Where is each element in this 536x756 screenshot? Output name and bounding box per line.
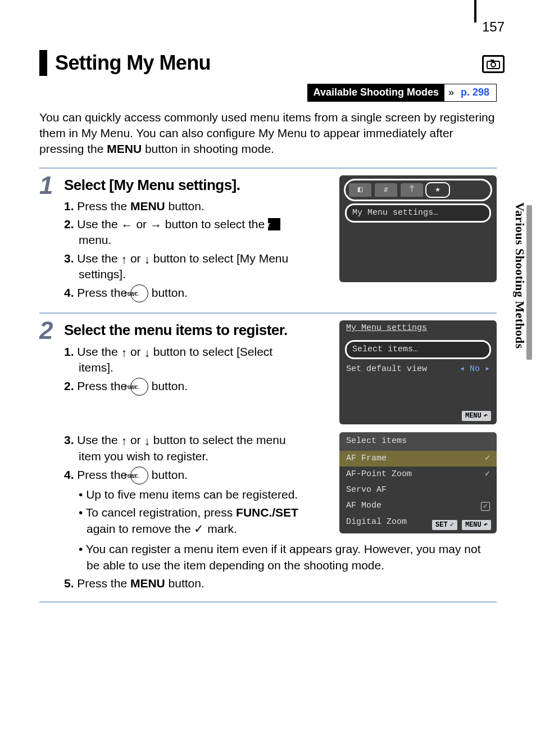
step2-l5-num: 5. <box>64 577 74 590</box>
step2-line2: 2. Press the FUNC.SET button. <box>64 378 300 396</box>
step1-l3-a: Use the <box>74 252 121 265</box>
step2-l1-b: or <box>127 345 144 358</box>
lcd1-item-text: My Menu settings… <box>352 208 438 218</box>
step2-l1-num: 1. <box>64 345 74 358</box>
left-arrow-icon: ← <box>121 219 133 232</box>
step1-l2-c: button to select the <box>162 218 268 230</box>
step2-line4: 4. Press the FUNC.SET button. <box>64 467 300 485</box>
lcd3-row-af-frame: AF Frame✓ <box>339 451 497 467</box>
step2-bullet-1: Up to five menu items can be registered. <box>64 487 300 503</box>
lcd-screenshot-1: ◧ ⇵ ⍡ ★ My Menu settings… <box>339 175 497 282</box>
lcd-screenshot-3: Select items AF Frame✓ AF-Point Zoom✓ Se… <box>339 432 497 533</box>
svg-rect-1 <box>490 60 494 62</box>
step1-l2-b: or <box>133 218 150 230</box>
intro-text-c: button in shooting mode. <box>142 142 274 155</box>
step2-l5-b: button. <box>165 577 205 590</box>
step2-l1-a: Use the <box>74 345 121 358</box>
lcd3-title: Select items <box>339 432 497 450</box>
func-set-button-icon: FUNC.SET <box>130 284 148 302</box>
lcd2-row2-value: No <box>470 364 480 374</box>
step1-l1-a: Press the <box>74 200 130 212</box>
step1-l2-a: Use the <box>74 218 121 230</box>
step-2-number: 2 <box>39 318 60 594</box>
down-arrow-icon: ↓ <box>144 346 150 359</box>
step2-l2-num: 2. <box>64 379 74 392</box>
step2-l3-b: or <box>127 433 144 446</box>
step1-l2-num: 2. <box>64 218 74 230</box>
step-2: 2 Select the menu items to register. 1. … <box>39 314 497 603</box>
step1-l1-num: 1. <box>64 200 74 212</box>
step1-l3-b: or <box>127 252 144 265</box>
page-title-row: Setting My Menu <box>39 49 497 77</box>
svg-point-2 <box>491 62 496 67</box>
available-modes-label: Available Shooting Modes <box>308 84 444 101</box>
func-set-button-icon: FUNC.SET <box>130 378 148 396</box>
available-modes-row: Available Shooting Modes » p. 298 <box>39 84 497 102</box>
step2-l3-a: Use the <box>74 433 121 446</box>
checkbox-icon: ✓ <box>481 502 490 511</box>
lcd-screenshot-2: My Menu settings Select items… Set defau… <box>339 320 497 424</box>
lcd1-tab-tools-icon: ⇵ <box>375 183 397 197</box>
step2-b2-funcset: FUNC./SET <box>236 506 298 519</box>
step2-b2-a: To cancel registration, press <box>86 506 236 519</box>
step2-l2-b: button. <box>148 379 188 392</box>
step1-line3: 3. Use the ↑ or ↓ button to select [My M… <box>64 251 300 283</box>
step2-line5: 5. Press the MENU button. <box>64 576 497 591</box>
lcd3-row-af-point-zoom: AF-Point Zoom✓ <box>339 467 497 482</box>
star-menu-icon: ★ <box>268 218 280 230</box>
step-1: 1 Select [My Menu settings]. 1. Press th… <box>39 169 497 314</box>
step2-l5-a: Press the <box>74 577 130 590</box>
step1-l1-menu: MENU <box>130 200 165 212</box>
step2-l4-a: Press the <box>74 468 130 481</box>
step1-l4-a: Press the <box>74 286 130 299</box>
step1-l2-d: menu. <box>79 233 111 246</box>
func-set-button-icon: FUNC.SET <box>130 467 148 485</box>
lcd1-tab-star-icon: ★ <box>425 182 450 198</box>
step2-line3: 3. Use the ↑ or ↓ button to select the m… <box>64 432 300 464</box>
step2-l3-num: 3. <box>64 433 74 446</box>
step2-bullet-2: To cancel registration, press FUNC./SET … <box>64 505 300 537</box>
section-side-tab: Various Shooting Methods <box>511 202 528 349</box>
lcd1-tab-person-icon: ⍡ <box>401 183 423 197</box>
step2-l4-b: button. <box>148 468 188 481</box>
intro-paragraph: You can quickly access commonly used men… <box>39 110 497 157</box>
step2-b2-c: again to remove the ✓ mark. <box>87 522 237 535</box>
step2-bullet-3: You can register a menu item even if it … <box>64 541 497 573</box>
lcd2-highlighted-item: Select items… <box>345 340 491 359</box>
step1-line4: 4. Press the FUNC.SET button. <box>64 284 300 302</box>
up-arrow-icon: ↑ <box>121 253 128 266</box>
title-accent-bar <box>39 50 47 76</box>
chevron-icon: » <box>444 84 457 101</box>
step-2-title: Select the menu items to register. <box>64 320 300 340</box>
lcd3-row-servo-af: Servo AF <box>339 482 497 498</box>
step1-l3-num: 3. <box>64 252 74 265</box>
step-1-title: Select [My Menu settings]. <box>64 175 300 195</box>
lcd2-row-default-view: Set default view ◂ No ▸ <box>339 361 497 377</box>
step-1-number: 1 <box>39 173 60 305</box>
lcd1-highlighted-item: My Menu settings… <box>345 203 491 223</box>
step2-l2-a: Press the <box>74 379 130 392</box>
lcd2-menu-button: MENU ↶ <box>462 411 491 421</box>
step1-line2: 2. Use the ← or → button to select the ★… <box>64 216 300 248</box>
step1-l1-b: button. <box>165 200 205 212</box>
step2-l4-num: 4. <box>64 468 74 481</box>
page-title: Setting My Menu <box>55 49 211 77</box>
step1-l4-num: 4. <box>64 286 74 299</box>
lcd3-row-af-mode: AF Mode✓ <box>339 498 497 514</box>
up-arrow-icon: ↑ <box>121 346 128 359</box>
step2-line1: 1. Use the ↑ or ↓ button to select [Sele… <box>64 344 300 376</box>
lcd2-row2-label: Set default view <box>346 364 427 375</box>
step1-l4-b: button. <box>148 286 188 299</box>
page-number-tick <box>474 0 476 22</box>
step1-line1: 1. Press the MENU button. <box>64 198 300 214</box>
step2-l5-menu: MENU <box>130 577 165 590</box>
lcd1-tab-camera-icon: ◧ <box>349 183 371 197</box>
lcd2-sel-text: Select items… <box>352 345 418 354</box>
page-reference-link[interactable]: p. 298 <box>457 84 496 101</box>
down-arrow-icon: ↓ <box>144 434 150 447</box>
intro-menu-word: MENU <box>107 142 142 155</box>
up-arrow-icon: ↑ <box>121 434 128 447</box>
lcd3-menu-button: MENU ↶ <box>462 520 491 530</box>
down-arrow-icon: ↓ <box>144 253 150 266</box>
right-arrow-icon: → <box>150 219 162 232</box>
